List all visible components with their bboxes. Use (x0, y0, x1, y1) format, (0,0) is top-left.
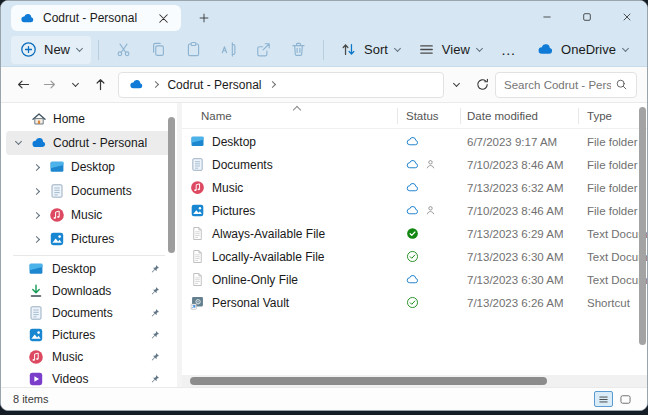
chevron-right-icon[interactable] (269, 81, 276, 88)
sidebar-item-label: Pictures (71, 232, 114, 246)
file-row-personal-vault[interactable]: Personal Vault7/13/2023 6:26 AMShortcut (182, 291, 647, 314)
onedrive-icon (31, 135, 47, 151)
sidebar-item-home[interactable]: Home (6, 107, 172, 131)
onedrive-status-button[interactable]: OneDrive (528, 36, 637, 64)
view-button-label: View (442, 42, 470, 57)
up-button[interactable] (88, 72, 114, 98)
sort-button[interactable]: Sort (331, 36, 409, 64)
sidebar-item-music[interactable]: Music (6, 203, 172, 227)
explorer-tab[interactable]: Codrut - Personal (11, 5, 181, 31)
date-modified-cell: 7/10/2023 8:46 AM (467, 199, 564, 222)
date-modified-cell: 7/10/2023 8:46 AM (467, 153, 564, 176)
file-row-desktop[interactable]: Desktop6/7/2023 9:17 AMFile folder (182, 130, 647, 153)
sidebar-pinned-documents[interactable]: Documents (1, 302, 177, 324)
breadcrumb-segment[interactable]: Codrut - Personal (167, 78, 261, 92)
sidebar-pinned-pictures[interactable]: Pictures (1, 324, 177, 346)
chevron-right-icon (152, 81, 159, 88)
tab-close-icon[interactable] (154, 9, 172, 27)
sidebar-item-documents[interactable]: Documents (6, 179, 172, 203)
view-button[interactable]: View (409, 36, 491, 64)
column-headers: Name Status Date modified Type (182, 103, 647, 129)
close-button[interactable] (607, 1, 647, 33)
chevron-right-icon[interactable] (30, 189, 43, 194)
column-header-status[interactable]: Status (406, 110, 439, 122)
chevron-down-icon (476, 44, 483, 51)
minimize-button[interactable] (527, 1, 567, 33)
sidebar-pinned-videos[interactable]: Videos (1, 368, 177, 387)
rename-button[interactable] (211, 36, 246, 64)
share-button[interactable] (246, 36, 281, 64)
file-row-locally-available-file[interactable]: Locally-Available File7/13/2023 6:30 AMT… (182, 245, 647, 268)
maximize-button[interactable] (567, 1, 607, 33)
copy-button[interactable] (141, 36, 176, 64)
sidebar-item-label: Desktop (71, 160, 115, 174)
type-cell: Text Document (587, 245, 647, 268)
vertical-scrollbar[interactable] (639, 107, 646, 345)
sidebar-item-desktop[interactable]: Desktop (6, 155, 172, 179)
music-icon (28, 349, 44, 365)
desktop-file-icon (190, 134, 205, 149)
chevron-right-icon[interactable] (30, 165, 43, 170)
file-name-label: Online-Only File (212, 273, 298, 287)
more-options-button[interactable]: … (491, 41, 527, 58)
file-row-music[interactable]: Music7/13/2023 6:32 AMFile folder (182, 176, 647, 199)
onedrive-icon (537, 41, 554, 58)
type-cell: File folder (587, 130, 638, 153)
new-tab-button[interactable] (193, 8, 215, 28)
file-name-label: Locally-Available File (212, 250, 325, 264)
horizontal-scrollbar-track[interactable] (182, 375, 647, 387)
file-name-cell: Personal Vault (190, 291, 289, 314)
type-cell: Text Document (587, 222, 647, 245)
date-modified-cell: 6/7/2023 9:17 AM (467, 130, 557, 153)
sidebar-item-codrut-personal[interactable]: Codrut - Personal (6, 131, 172, 155)
pictures-file-icon (190, 203, 205, 218)
chevron-right-icon[interactable] (30, 237, 43, 242)
search-input[interactable] (504, 79, 611, 91)
file-row-always-available-file[interactable]: Always-Available File7/13/2023 6:29 AMTe… (182, 222, 647, 245)
status-cell (406, 199, 437, 222)
file-row-online-only-file[interactable]: Online-Only File7/13/2023 6:30 AMText Do… (182, 268, 647, 291)
documents-file-icon (190, 157, 205, 172)
sidebar-item-label: Downloads (52, 284, 111, 298)
file-name-label: Personal Vault (212, 296, 289, 310)
cut-button[interactable] (106, 36, 141, 64)
delete-button[interactable] (281, 36, 316, 64)
shared-people-icon (424, 158, 437, 171)
address-dropdown-button[interactable] (444, 72, 470, 98)
file-name-label: Pictures (212, 204, 255, 218)
column-divider[interactable] (397, 108, 398, 124)
chevron-right-icon[interactable] (30, 213, 43, 218)
column-divider[interactable] (578, 108, 579, 124)
search-box[interactable] (495, 72, 637, 98)
back-button[interactable] (11, 72, 37, 98)
large-icons-view-button[interactable] (616, 391, 635, 407)
chevron-down-icon[interactable] (12, 142, 25, 144)
toolbar-separator (323, 40, 324, 60)
horizontal-scrollbar-thumb[interactable] (190, 377, 547, 385)
sidebar-pinned-downloads[interactable]: Downloads (1, 280, 177, 302)
file-row-pictures[interactable]: Pictures7/10/2023 8:46 AMFile folder (182, 199, 647, 222)
sidebar-pinned-music[interactable]: Music (1, 346, 177, 368)
status-cell (406, 153, 437, 176)
sidebar-scrollbar[interactable] (168, 117, 175, 253)
paste-button[interactable] (176, 36, 211, 64)
sort-button-label: Sort (364, 42, 388, 57)
recent-locations-button[interactable] (62, 72, 88, 98)
textfile-file-icon (190, 249, 205, 264)
locally-available-icon (406, 296, 419, 309)
column-header-date-modified[interactable]: Date modified (467, 110, 538, 122)
column-header-name[interactable]: Name (201, 110, 232, 122)
forward-button[interactable] (37, 72, 63, 98)
refresh-button[interactable] (469, 72, 495, 98)
chevron-down-icon (453, 79, 460, 86)
breadcrumb[interactable]: Codrut - Personal (118, 72, 443, 98)
details-view-button[interactable] (594, 391, 613, 407)
file-row-documents[interactable]: Documents7/10/2023 8:46 AMFile folder (182, 153, 647, 176)
column-header-type[interactable]: Type (587, 110, 612, 122)
column-divider[interactable] (460, 108, 461, 124)
sidebar-item-pictures[interactable]: Pictures (6, 227, 172, 251)
new-button[interactable]: New (11, 36, 91, 64)
sidebar-pinned-desktop[interactable]: Desktop (1, 258, 177, 280)
sidebar-item-label: Documents (52, 306, 113, 320)
pictures-icon (28, 327, 44, 343)
